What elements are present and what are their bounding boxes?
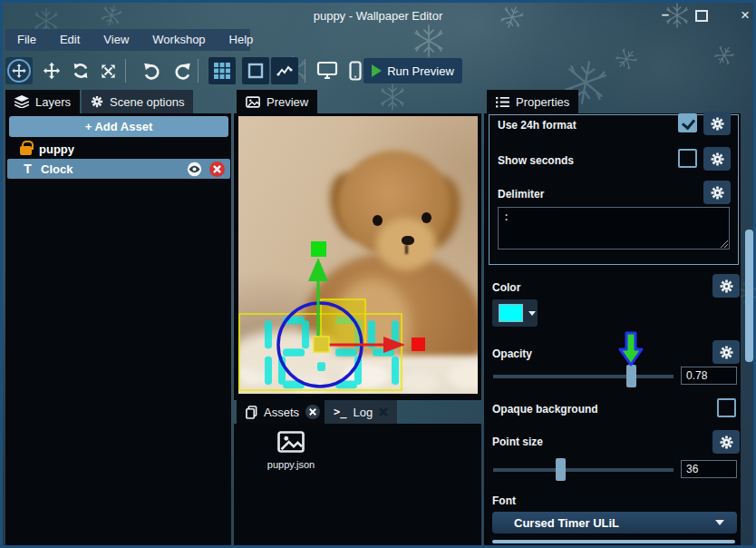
transform-gizmo-overlay <box>238 116 478 394</box>
refresh-tool-button[interactable] <box>67 57 94 84</box>
point-size-value-input[interactable] <box>681 460 737 478</box>
point-size-gear-button[interactable] <box>712 430 740 454</box>
point-size-slider-track[interactable] <box>493 468 674 472</box>
toolbar: Run Preview <box>5 54 756 87</box>
list-icon <box>496 96 509 108</box>
tab-log[interactable]: >_ Log <box>325 400 397 424</box>
vertical-scrollbar[interactable] <box>744 113 754 545</box>
x-axis-handle[interactable] <box>412 338 425 351</box>
desktop-preview-button[interactable] <box>314 57 341 84</box>
text-layer-icon: T <box>22 161 34 176</box>
tab-assets-label: Assets <box>264 406 299 419</box>
close-button[interactable]: × <box>733 6 756 24</box>
menu-view[interactable]: View <box>92 29 141 51</box>
refresh-icon <box>72 62 90 80</box>
wallpaper-preview-image[interactable] <box>238 116 478 394</box>
assets-file-list: puppy.json <box>234 424 481 545</box>
gear-icon <box>91 95 103 108</box>
play-icon <box>372 64 382 77</box>
opacity-gear-button[interactable] <box>712 340 740 364</box>
tab-preview[interactable]: Preview <box>237 90 317 113</box>
font-dropdown[interactable]: Cursed Timer ULiL <box>492 512 737 533</box>
opacity-slider-track[interactable] <box>493 375 674 378</box>
close-log-tab-button[interactable] <box>379 407 388 416</box>
hint-arrow-down-icon <box>618 331 644 367</box>
point-size-slider-handle[interactable] <box>556 458 566 481</box>
gear-icon <box>720 435 733 449</box>
menu-workshop[interactable]: Workshop <box>141 29 217 51</box>
y-axis-handle[interactable] <box>311 241 326 257</box>
tab-preview-label: Preview <box>267 95 308 109</box>
color-picker-button[interactable] <box>492 299 538 327</box>
bounds-view-button[interactable] <box>242 57 269 84</box>
files-icon <box>246 406 257 419</box>
layer-row-puppy[interactable]: puppy <box>5 139 231 159</box>
delimiter-textarea[interactable]: : <box>498 207 730 250</box>
color-swatch <box>499 304 523 322</box>
toolbar-separator <box>198 59 199 83</box>
show-seconds-checkbox[interactable] <box>678 149 697 168</box>
undo-icon <box>142 62 161 81</box>
toolbar-separator <box>125 59 126 83</box>
image-file-icon <box>277 431 305 453</box>
tab-scene-options-label: Scene options <box>110 95 184 109</box>
close-x-icon <box>213 165 221 173</box>
tab-layers[interactable]: Layers <box>5 90 80 113</box>
gear-icon <box>711 152 724 166</box>
menu-help[interactable]: Help <box>218 29 266 51</box>
tab-assets[interactable]: Assets <box>237 400 329 424</box>
scale-tool-button[interactable] <box>94 57 121 84</box>
scale-icon <box>100 63 117 80</box>
font-dropdown-value: Cursed Timer ULiL <box>514 516 619 530</box>
opaque-background-label: Opaque background <box>492 403 598 416</box>
tab-scene-options[interactable]: Scene options <box>82 90 193 113</box>
grid-view-button[interactable] <box>208 57 236 84</box>
use-24h-checkbox[interactable] <box>678 113 697 132</box>
layer-name: puppy <box>39 142 74 156</box>
performance-graph-button[interactable] <box>271 57 298 84</box>
undo-button[interactable] <box>138 57 165 84</box>
layer-name: Clock <box>41 162 73 176</box>
grid-icon <box>214 63 230 79</box>
lock-icon <box>20 146 32 155</box>
center-handle[interactable] <box>314 337 329 352</box>
delete-layer-button[interactable] <box>209 161 225 177</box>
move-tool-button[interactable] <box>38 57 65 84</box>
menu-file[interactable]: File <box>5 29 48 51</box>
color-label: Color <box>492 281 520 294</box>
show-seconds-gear-button[interactable] <box>703 147 731 171</box>
toolbar-separator <box>305 59 305 83</box>
opacity-value-input[interactable] <box>681 367 737 385</box>
tab-log-label: Log <box>353 406 373 419</box>
color-gear-button[interactable] <box>712 274 740 298</box>
close-assets-tab-button[interactable] <box>305 405 320 419</box>
delimiter-gear-button[interactable] <box>703 181 731 204</box>
terminal-icon: >_ <box>334 406 346 418</box>
active-move-tool-button[interactable] <box>5 57 33 84</box>
phone-icon <box>349 61 362 81</box>
preview-panel: Preview <box>234 90 481 545</box>
run-preview-button[interactable]: Run Preview <box>363 58 462 83</box>
opacity-label: Opacity <box>492 347 532 360</box>
run-preview-label: Run Preview <box>387 64 454 78</box>
asset-file-item[interactable]: puppy.json <box>259 431 323 470</box>
plus-icon: + <box>85 120 92 133</box>
add-asset-label: Add Asset <box>94 120 152 133</box>
visibility-eye-icon[interactable] <box>187 161 202 177</box>
redo-icon <box>173 62 192 81</box>
scrollbar-thumb[interactable] <box>745 230 753 362</box>
menu-edit[interactable]: Edit <box>48 29 92 51</box>
tab-properties[interactable]: Properties <box>487 90 578 113</box>
opaque-background-checkbox[interactable] <box>717 398 736 417</box>
redo-button[interactable] <box>169 57 196 84</box>
delimiter-label: Delimiter <box>498 188 544 201</box>
horizontal-scrollbar[interactable] <box>492 540 735 543</box>
use-24h-gear-button[interactable] <box>703 112 731 135</box>
maximize-button[interactable] <box>695 10 708 22</box>
title-bar: puppy - Wallpaper Editor – × <box>3 5 753 28</box>
opacity-slider-handle[interactable] <box>626 365 636 387</box>
add-asset-button[interactable]: + Add Asset <box>9 116 228 137</box>
properties-form: Use 24h format Show seconds Delimiter <box>484 113 741 545</box>
minimize-button[interactable]: – <box>654 6 677 24</box>
layer-row-clock[interactable]: T Clock <box>7 159 230 179</box>
